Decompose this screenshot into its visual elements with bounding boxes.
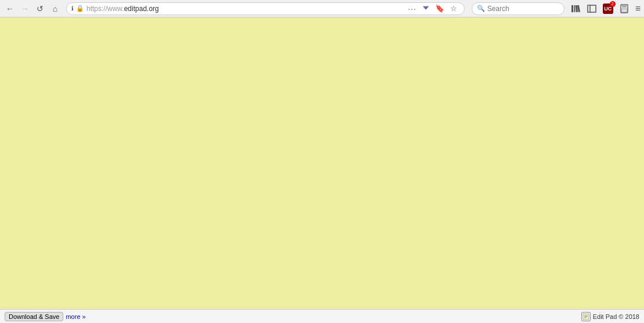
- address-bar[interactable]: ℹ 🔒 https://www.editpad.org ··· 🔖 ☆: [66, 2, 465, 15]
- svg-rect-4: [588, 5, 596, 12]
- search-input[interactable]: [487, 5, 559, 13]
- forward-button[interactable]: →: [19, 2, 31, 15]
- browser-toolbar: ← → ↺ ⌂ ℹ 🔒 https://www.editpad.org ··· …: [0, 0, 644, 17]
- editpad-icon-svg: [583, 313, 589, 320]
- search-icon: 🔍: [477, 5, 485, 12]
- status-left: Download & Save more »: [5, 312, 86, 321]
- home-button[interactable]: ⌂: [49, 2, 61, 15]
- page-content: [0, 17, 644, 309]
- home-icon: ⌂: [53, 4, 57, 13]
- svg-rect-1: [574, 5, 575, 12]
- url-https-part: https://www.: [86, 5, 124, 13]
- url-display: https://www.editpad.org: [86, 5, 404, 13]
- info-icon: ℹ: [71, 5, 74, 12]
- bookmark-button[interactable]: 🔖: [434, 3, 446, 15]
- library-icon: [571, 4, 580, 13]
- more-link[interactable]: more »: [66, 313, 85, 320]
- menu-button[interactable]: ≡: [635, 3, 641, 14]
- star-button[interactable]: ☆: [448, 3, 460, 15]
- reload-button[interactable]: ↺: [34, 2, 46, 15]
- lock-icon: 🔒: [76, 5, 84, 12]
- save-page-button[interactable]: [618, 2, 631, 15]
- copyright-text: Edit Pad © 2018: [593, 313, 639, 320]
- back-button[interactable]: ←: [3, 2, 16, 15]
- save-icon: [620, 4, 629, 13]
- pocket-icon: [422, 5, 430, 13]
- download-save-button[interactable]: Download & Save: [5, 312, 63, 321]
- browser-right-icons: UC 2 ≡: [569, 2, 641, 15]
- svg-rect-0: [571, 5, 573, 12]
- sidebar-button[interactable]: [585, 2, 598, 15]
- editpad-favicon: [581, 312, 591, 321]
- uc-button[interactable]: UC 2: [602, 2, 614, 15]
- pocket-button[interactable]: [420, 3, 432, 15]
- uc-count-badge: 2: [610, 1, 616, 7]
- svg-rect-7: [622, 5, 627, 8]
- url-domain-part: editpad.org: [124, 5, 159, 13]
- sidebar-icon: [587, 4, 596, 13]
- status-right: Edit Pad © 2018: [581, 312, 639, 321]
- reload-icon: ↺: [37, 4, 44, 13]
- svg-rect-8: [621, 9, 627, 12]
- status-bar: Download & Save more » Edit Pad © 2018: [0, 309, 644, 323]
- back-icon: ←: [6, 4, 14, 13]
- forward-icon: →: [21, 4, 29, 13]
- search-bar[interactable]: 🔍: [472, 2, 565, 15]
- address-more-button[interactable]: ···: [407, 4, 418, 13]
- library-button[interactable]: [569, 2, 582, 15]
